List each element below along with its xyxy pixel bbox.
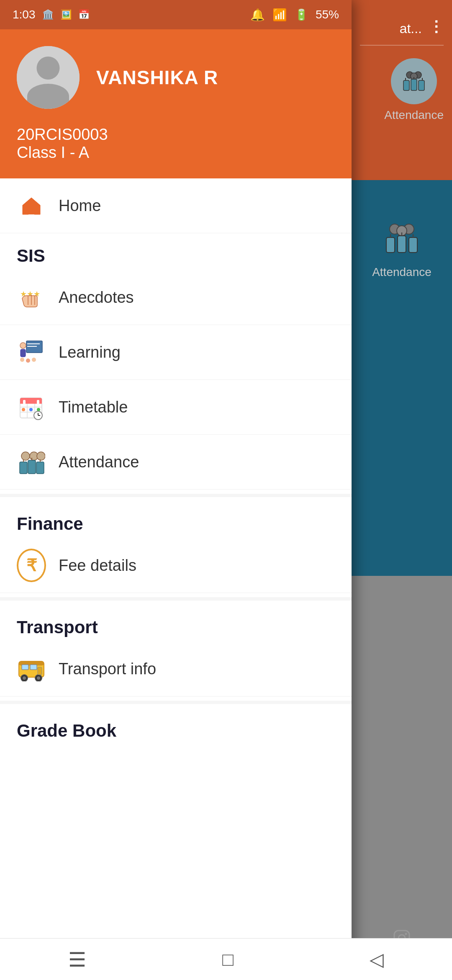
right-panel-bottom [352,576,452,980]
svg-rect-4 [411,79,417,90]
drawer-header: VANSHIKA R 20RCIS0003 Class I - A [0,29,352,178]
background-panel-text: at... [400,17,422,36]
timetable-label: Timetable [59,398,128,416]
svg-rect-14 [409,237,417,253]
svg-point-44 [29,408,33,411]
svg-rect-52 [20,462,27,474]
attendance-icon [17,447,46,477]
finance-title: Finance [17,514,83,534]
user-class: Class I - A [17,144,335,162]
gradebook-title: Grade Book [17,721,116,740]
attendance-icon-small [391,58,437,104]
svg-rect-60 [22,665,28,670]
bus-icon [17,654,46,683]
svg-point-51 [37,452,45,460]
bottom-spacer [0,745,352,829]
svg-rect-41 [23,400,26,404]
home-label: Home [59,197,101,215]
attendance-label-top: Attendance [384,108,444,122]
attendance-label: Attendance [59,453,139,471]
transport-title: Transport [17,617,98,637]
svg-rect-5 [419,80,424,90]
menu-button[interactable]: ☰ [68,948,86,971]
battery-level: 55% [316,8,339,21]
attendance-label-mid: Attendance [372,266,431,279]
home-button[interactable]: □ [222,949,234,970]
svg-rect-66 [38,667,42,675]
right-panel-blue-section: Attendance [352,180,452,576]
calendar-icon: 📅 [78,9,90,20]
sidebar-item-home[interactable]: Home [0,178,352,233]
sidebar-item-fee-details[interactable]: ₹ Fee details [0,538,352,593]
svg-point-45 [37,408,40,411]
rupee-icon: ₹ [17,549,46,582]
sis-title: SIS [17,246,45,266]
sidebar-item-learning[interactable]: Learning [0,325,352,380]
anecdotes-label: Anecdotes [59,289,134,307]
more-options-icon[interactable]: ⋮ [429,18,444,36]
gradebook-section-header: Grade Book [0,708,352,745]
transport-section-header: Transport [0,605,352,642]
svg-rect-61 [30,665,37,670]
sis-section-header: SIS [0,233,352,270]
svg-point-32 [26,358,30,363]
transport-gradebook-divider [0,701,352,704]
sidebar-item-attendance[interactable]: Attendance [0,435,352,490]
background-panel: at... ⋮ [352,0,452,980]
learning-label: Learning [59,343,121,361]
time-display: 1:03 [13,8,36,21]
photo-icon: 🖼️ [60,9,72,20]
notification-icon: 🔔 [250,8,265,22]
bottom-navigation: ☰ □ ◁ [0,938,452,980]
svg-rect-54 [36,462,44,474]
navigation-drawer: 1:03 🏛️ 🖼️ 📅 🔔 📶 🔋 55% VANSHIKA R 20RCIS… [0,0,352,980]
fee-details-icon: ₹ [17,551,46,580]
svg-rect-53 [28,460,36,474]
sidebar-item-timetable[interactable]: Timetable [0,380,352,435]
svg-rect-30 [21,349,26,357]
carrier-icon: 🏛️ [42,9,54,20]
svg-point-31 [20,358,24,362]
svg-point-33 [32,358,36,362]
svg-rect-21 [28,209,34,214]
status-bar: 1:03 🏛️ 🖼️ 📅 🔔 📶 🔋 55% [0,0,352,29]
svg-point-63 [23,676,26,680]
svg-point-43 [22,408,25,411]
drawer-menu: Home SIS ★★★ Anecdotes [0,178,352,980]
svg-point-49 [21,452,30,460]
anecdotes-icon: ★★★ [17,283,46,312]
svg-rect-42 [37,400,39,404]
user-avatar [17,46,80,109]
finance-section-header: Finance [0,501,352,538]
svg-point-29 [20,343,26,348]
svg-rect-13 [398,236,406,253]
wifi-icon: 📶 [272,8,287,22]
svg-rect-12 [386,237,395,253]
home-icon [17,191,46,220]
user-id: 20RCIS0003 [17,126,335,144]
sidebar-item-transport-info[interactable]: Transport info [0,642,352,696]
svg-point-65 [37,676,40,680]
timetable-icon [17,392,46,422]
sis-finance-divider [0,494,352,497]
finance-transport-divider [0,597,352,601]
transport-info-label: Transport info [59,660,156,678]
svg-rect-3 [403,80,409,90]
battery-icon: 🔋 [295,8,308,21]
user-name: VANSHIKA R [96,66,218,89]
sidebar-item-anecdotes[interactable]: ★★★ Anecdotes [0,270,352,325]
learning-icon [17,338,46,367]
svg-point-20 [405,933,407,935]
fee-details-label: Fee details [59,557,136,575]
attendance-icon-mid [381,218,423,260]
back-button[interactable]: ◁ [370,949,384,970]
